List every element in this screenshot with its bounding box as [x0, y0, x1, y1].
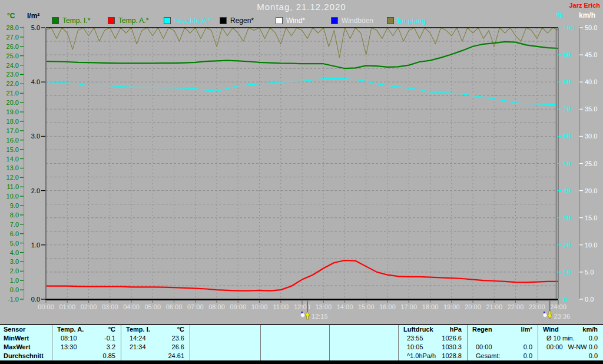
table-cell [190, 343, 260, 352]
axis-tick-label-temp_c: 4.0 [10, 249, 19, 256]
user-name: Jarz Erich [569, 2, 600, 9]
x-tick-label: 05:00 [144, 303, 161, 310]
table-col-name: Wind [538, 325, 559, 334]
axis-tick-label-rain_lm2: 2.0 [31, 187, 40, 194]
table-cell-value: 23.6 [172, 334, 190, 343]
x-tick-label: 20:00 [465, 303, 481, 310]
marker-time-label: 12:15 [312, 313, 328, 320]
axis-tick-label-temp_c: 11.0 [6, 183, 19, 190]
x-tick-label: 10:00 [251, 303, 268, 310]
table-cell-value [324, 352, 329, 360]
table-cell-time: 00:00 [538, 343, 563, 352]
axis-tick-label-humidity_pct: 40 [564, 187, 571, 194]
axis-tick-label-wind_kmh: 20.0 [585, 187, 597, 194]
table-cell-value: 0.85 [103, 352, 121, 360]
table-col-name: Temp. A. [52, 325, 84, 334]
bottom-strip [0, 360, 603, 364]
table-cell [330, 343, 398, 352]
axis-tick-label-wind_kmh: 40.0 [585, 78, 597, 85]
table-cell [261, 343, 329, 352]
table-col-unit [393, 325, 398, 334]
x-tick-label: 07:00 [187, 303, 204, 310]
axis-tick-label-humidity_pct: 60 [564, 133, 571, 140]
axis-tick-label-humidity_pct: 50 [564, 160, 571, 167]
table-cell-value: W-NW 0.0 [568, 343, 603, 352]
legend-item-feuchte-a-: Feuchte A.* [164, 16, 211, 25]
table-row-label: MinWert [0, 334, 52, 343]
table-cell-time [190, 343, 198, 352]
table-cell: Ø 10 min.0.0 [538, 334, 603, 343]
axis-tick-label-temp_c: 20.0 [6, 99, 19, 106]
axis-tick-label-humidity_pct: 90 [564, 51, 571, 58]
table-col-empty [260, 325, 329, 360]
axis-tick-label-temp_c: 18.0 [6, 118, 19, 125]
table-cell: 0.85 [52, 352, 121, 360]
table-cell-value [255, 343, 260, 352]
marker-dot-icon [544, 312, 545, 313]
x-tick-label: 04:00 [123, 303, 140, 310]
marker-moon-icon [301, 313, 305, 317]
table-col-header [261, 325, 329, 334]
table-col-header: Windkm/h [538, 325, 603, 334]
table-col-header [330, 325, 398, 334]
x-tick-label: 08:00 [208, 303, 225, 310]
table-cell-time [190, 334, 198, 343]
axis-tick-label-rain_lm2: 1.0 [31, 241, 40, 249]
legend-label: Windböen [342, 16, 373, 25]
table-cell [330, 334, 398, 343]
axis-tick-label-wind_kmh: 30.0 [585, 133, 597, 140]
table-col-name: Temp. I. [121, 325, 150, 334]
table-col-header: Temp. I.°C [121, 325, 190, 334]
stats-table: SensorMinWertMaxWertDurchschnittTemp. A.… [0, 324, 603, 360]
axis-tick-label-humidity_pct: 20 [564, 241, 571, 249]
x-tick-label: 17:00 [400, 303, 417, 310]
table-cell-time: Ø 10 min. [538, 334, 575, 343]
x-tick-label: 06:00 [166, 303, 183, 310]
table-cell-value [393, 343, 398, 352]
axis-tick-label-temp_c: 7.0 [10, 221, 19, 228]
axis-tick-label-temp_c: 8.0 [10, 211, 19, 219]
table-cell [190, 334, 260, 343]
x-tick-label: 22:00 [508, 303, 524, 310]
table-cell-value: 0.0 [524, 343, 538, 352]
axis-tick-label-temp_c: 27.0 [6, 34, 19, 41]
table-col-regen: Regenl/m²00:000.0Gesamt:0.0 [467, 325, 538, 360]
x-tick-label: 18:00 [422, 303, 439, 310]
x-tick-label: 23:00 [529, 303, 545, 310]
axis-tick-label-wind_kmh: 10.0 [585, 241, 597, 249]
axis-tick-label-temp_c: 0.0 [10, 286, 19, 293]
x-tick-label: 01:00 [59, 303, 75, 310]
table-cell-time: 10:05 [399, 343, 423, 352]
table-col-wind: Windkm/hØ 10 min.0.000:00W-NW 0.00.0 [538, 325, 603, 360]
table-cell-time [330, 334, 338, 343]
table-col-unit: °C [108, 325, 121, 334]
legend-swatch-icon [108, 17, 115, 24]
table-cell-time [538, 352, 546, 360]
table-cell-time [261, 334, 269, 343]
page-title: Montag, 21.12.2020 [0, 2, 603, 12]
table-col-row-labels: SensorMinWertMaxWertDurchschnitt [0, 325, 52, 360]
legend-item-temp-a-: Temp. A.* [108, 16, 148, 25]
table-cell: Gesamt:0.0 [468, 352, 538, 360]
axis-tick-label-temp_c: 19.0 [6, 108, 19, 115]
marker-time-label: 23:36 [554, 313, 571, 320]
legend: Temp. I.*Temp. A.*Feuchte A.*Regen*Wind*… [0, 16, 603, 25]
axis-tick-label-temp_c: 1.0 [10, 277, 19, 284]
axis-tick-label-temp_c: 2.0 [10, 267, 19, 274]
axis-tick-label-humidity_pct: 70 [564, 105, 571, 112]
table-cell-value: 1026.6 [442, 334, 467, 343]
x-tick-label: 09:00 [230, 303, 246, 310]
table-col-empty [329, 325, 398, 360]
legend-swatch-icon [52, 17, 59, 24]
marker-moon-icon [543, 313, 547, 317]
x-tick-label: 11:00 [273, 303, 289, 310]
x-tick-label: 21:00 [486, 303, 502, 310]
table-cell-value: 1028.8 [442, 352, 467, 360]
table-cell: 23:551026.6 [399, 334, 467, 343]
table-row-label: Sensor [0, 325, 52, 334]
x-tick-label: 16:00 [379, 303, 396, 310]
legend-swatch-icon [164, 17, 171, 24]
axis-tick-label-temp_c: 17.0 [6, 127, 19, 134]
axis-tick-label-temp_c: 15.0 [6, 146, 19, 153]
table-col-header: Temp. A.°C [52, 325, 121, 334]
